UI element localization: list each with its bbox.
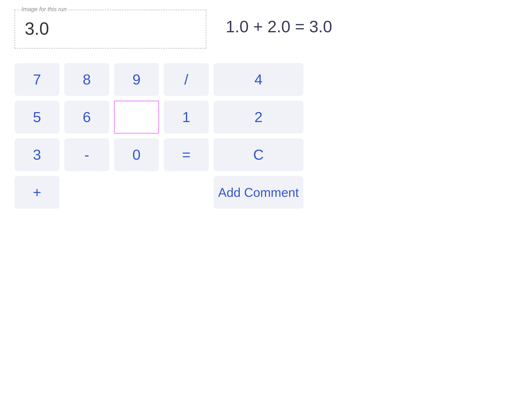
calculator-grid: 7 8 9 / 4 5 6 1 2 3 - 0 = C + Add Commen…: [15, 63, 303, 209]
button-2[interactable]: 2: [214, 101, 303, 133]
button-8[interactable]: 8: [64, 63, 109, 96]
expression-display: 1.0 + 2.0 = 3.0: [226, 10, 332, 36]
button-1[interactable]: 1: [164, 101, 209, 133]
button-subtract[interactable]: -: [64, 138, 109, 171]
button-3[interactable]: 3: [15, 138, 59, 171]
button-add[interactable]: +: [15, 176, 59, 209]
button-empty-highlighted[interactable]: [114, 101, 159, 133]
button-clear[interactable]: C: [214, 138, 303, 171]
top-row: Image for this run 3.0 1.0 + 2.0 = 3.0: [15, 10, 517, 49]
button-6[interactable]: 6: [64, 101, 109, 133]
button-7[interactable]: 7: [15, 63, 59, 96]
button-equals[interactable]: =: [164, 138, 209, 171]
image-box: Image for this run 3.0: [15, 10, 206, 49]
add-comment-button[interactable]: Add Comment: [214, 176, 303, 209]
button-0[interactable]: 0: [114, 138, 159, 171]
image-box-label: Image for this run: [20, 6, 68, 13]
image-box-value: 3.0: [25, 20, 196, 37]
main-container: Image for this run 3.0 1.0 + 2.0 = 3.0 7…: [0, 0, 532, 218]
button-divide[interactable]: /: [164, 63, 209, 96]
button-9[interactable]: 9: [114, 63, 159, 96]
button-4[interactable]: 4: [214, 63, 303, 96]
button-5[interactable]: 5: [15, 101, 59, 133]
